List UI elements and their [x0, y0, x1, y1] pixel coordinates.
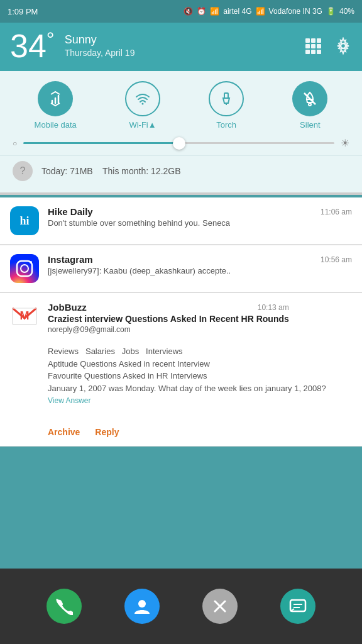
gmail-svg: M	[10, 302, 39, 331]
silent-icon	[302, 91, 318, 107]
svg-rect-2	[317, 38, 321, 43]
svg-rect-15	[10, 254, 39, 283]
notification-jobbuzz[interactable]: M JobBuzz 10:13 am Craziest interview Qu…	[0, 293, 362, 447]
brightness-row: ○ ☀	[0, 135, 362, 155]
bottom-dock	[0, 569, 362, 644]
signal-icon: 📶	[210, 7, 219, 16]
instagram-header: Instagram 10:56 am	[48, 254, 352, 265]
svg-rect-6	[305, 50, 310, 54]
torch-label: Torch	[216, 120, 236, 130]
time: 1:09 PM	[8, 7, 38, 16]
phone-button[interactable]	[47, 589, 82, 624]
gmail-app-icon: M	[10, 302, 39, 331]
weather-info: 34° Sunny Thursday, April 19	[10, 29, 134, 62]
svg-point-10	[142, 103, 144, 105]
svg-point-22	[138, 600, 146, 608]
svg-point-18	[30, 261, 32, 264]
instagram-app-name: Instagram	[48, 254, 93, 265]
jobbuzz-header: JobBuzz 10:13 am	[48, 302, 289, 313]
mute-icon: 🔇	[184, 7, 193, 16]
instagram-svg	[10, 254, 39, 283]
phone-icon	[55, 597, 73, 615]
brightness-low-icon: ○	[13, 139, 17, 148]
jobbuzz-actions: Archive Reply	[48, 422, 119, 437]
torch-icon	[218, 91, 234, 107]
jobbuzz-body: Reviews Salaries Jobs Interviews Aptitud…	[48, 345, 326, 407]
torch-circle	[209, 81, 244, 116]
separator	[0, 192, 362, 195]
carrier2: Vodafone IN 3G	[269, 7, 322, 16]
svg-point-9	[341, 43, 346, 48]
notification-hike[interactable]: hi Hike Daily 11:06 am Don't stumble ove…	[0, 197, 362, 245]
hike-app-name: Hike Daily	[48, 206, 93, 217]
instagram-content: Instagram 10:56 am [jsjewellery97]: Kaab…	[48, 254, 352, 275]
data-usage-text: Today: 71MB This month: 12.2GB	[41, 166, 181, 176]
status-time: 1:09 PM	[8, 7, 38, 16]
toggle-torch[interactable]: Torch	[209, 81, 244, 130]
hike-app-icon: hi	[10, 206, 39, 235]
toggle-row: Mobile data Wi-Fi▲	[0, 81, 362, 130]
hike-text: Don't stumble over something behind you.…	[48, 218, 352, 228]
carrier1: airtel 4G	[223, 7, 251, 16]
jobbuzz-sender: noreply@09@gmail.com	[48, 325, 289, 334]
settings-icon[interactable]	[334, 37, 352, 55]
jobbuzz-subject: Craziest interview Questions Asked In Re…	[48, 314, 289, 324]
wifi-circle	[125, 81, 160, 116]
reply-button[interactable]: Reply	[95, 427, 119, 437]
mobile-data-icon	[47, 91, 63, 107]
brightness-high-icon: ☀	[341, 137, 349, 149]
instagram-time: 10:56 am	[321, 255, 352, 264]
brightness-slider[interactable]	[23, 142, 334, 144]
toggle-silent[interactable]: Silent	[292, 81, 327, 130]
silent-label: Silent	[300, 120, 321, 130]
wifi-label: Wi-Fi▲	[129, 120, 156, 130]
contact-button[interactable]	[124, 589, 160, 624]
weather-actions	[304, 37, 352, 55]
close-button[interactable]	[202, 589, 238, 624]
alarm-icon: ⏰	[197, 7, 206, 16]
wifi-icon	[134, 91, 151, 107]
svg-rect-3	[305, 44, 310, 48]
grid-icon[interactable]	[304, 37, 322, 55]
close-icon	[214, 600, 226, 613]
message-icon	[289, 597, 307, 615]
jobbuzz-content: JobBuzz 10:13 am Craziest interview Ques…	[48, 302, 289, 334]
svg-rect-4	[311, 44, 315, 48]
contact-icon	[133, 597, 151, 615]
hike-time: 11:06 am	[321, 208, 352, 216]
mobile-data-circle	[38, 81, 73, 116]
weather-bar: 34° Sunny Thursday, April 19	[0, 23, 362, 71]
hike-content: Hike Daily 11:06 am Don't stumble over s…	[48, 206, 352, 228]
jobbuzz-top: M JobBuzz 10:13 am Craziest interview Qu…	[10, 302, 289, 334]
svg-text:M: M	[20, 309, 30, 322]
status-bar: 1:09 PM 🔇 ⏰ 📶 airtel 4G 📶 Vodafone IN 3G…	[0, 0, 362, 23]
jobbuzz-time: 10:13 am	[258, 303, 289, 312]
svg-rect-11	[224, 93, 228, 98]
svg-point-13	[309, 103, 311, 106]
toggle-wifi[interactable]: Wi-Fi▲	[125, 81, 160, 130]
svg-rect-7	[311, 50, 315, 54]
silent-circle	[292, 81, 327, 116]
notification-instagram[interactable]: Instagram 10:56 am [jsjewellery97]: Kaab…	[0, 245, 362, 292]
mobile-data-label: Mobile data	[35, 120, 77, 130]
quick-settings-panel: Mobile data Wi-Fi▲	[0, 71, 362, 192]
battery-level: 40%	[339, 7, 354, 16]
jobbuzz-app-name: JobBuzz	[48, 302, 87, 313]
svg-rect-0	[305, 38, 310, 43]
svg-rect-1	[311, 38, 315, 43]
weather-details: Sunny Thursday, April 19	[65, 33, 135, 58]
weather-date: Thursday, April 19	[65, 48, 135, 58]
hike-header: Hike Daily 11:06 am	[48, 206, 352, 217]
battery-icon: 🔋	[326, 7, 336, 16]
svg-rect-5	[317, 44, 321, 48]
instagram-text: [jsjewellery97]: Kaabu (deep_akashkaur) …	[48, 266, 352, 275]
archive-button[interactable]: Archive	[48, 427, 80, 437]
instagram-app-icon	[10, 254, 39, 283]
status-icons: 🔇 ⏰ 📶 airtel 4G 📶 Vodafone IN 3G 🔋 40%	[184, 7, 354, 16]
notifications-area: hi Hike Daily 11:06 am Don't stumble ove…	[0, 197, 362, 447]
weather-condition: Sunny	[65, 33, 135, 47]
brightness-thumb[interactable]	[173, 137, 185, 150]
temperature: 34°	[10, 29, 55, 62]
message-button[interactable]	[280, 589, 315, 624]
toggle-mobile-data[interactable]: Mobile data	[35, 81, 77, 130]
